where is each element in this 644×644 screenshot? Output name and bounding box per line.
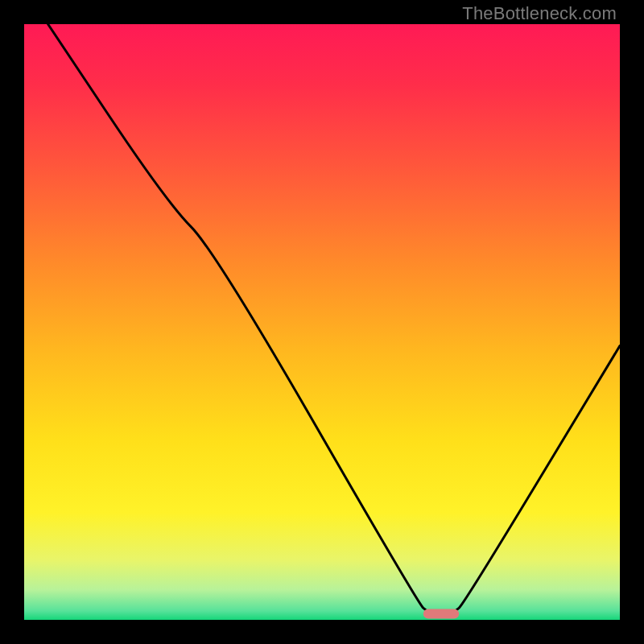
chart-background-gradient [24, 24, 620, 620]
chart-svg [24, 24, 620, 620]
chart-plot-area [24, 24, 620, 620]
chart-marker [423, 609, 459, 619]
watermark-text: TheBottleneck.com [462, 3, 617, 24]
